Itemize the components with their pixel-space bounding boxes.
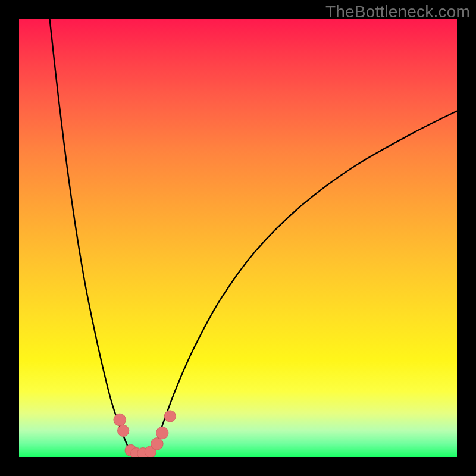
curve-svg	[19, 19, 457, 457]
chart-frame: TheBottleneck.com	[0, 0, 476, 476]
data-dot	[156, 427, 168, 439]
data-dot	[164, 411, 176, 422]
data-dots	[114, 411, 176, 457]
data-dot	[151, 438, 164, 450]
curve-right	[151, 111, 457, 457]
data-dot	[114, 414, 126, 426]
plot-area	[19, 19, 457, 457]
curve-left	[50, 19, 133, 457]
data-dot	[118, 425, 129, 436]
